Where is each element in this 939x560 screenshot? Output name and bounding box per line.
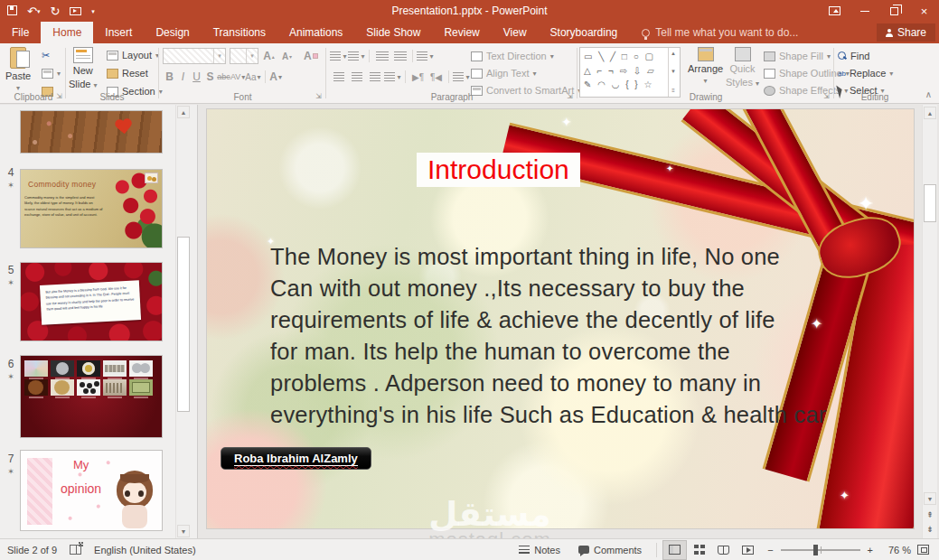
slide-sorter-view-button[interactable] — [687, 540, 711, 560]
shape-gallery-scroll[interactable]: ▲▼≡ — [668, 48, 680, 97]
tab-transitions[interactable]: Transitions — [202, 22, 277, 43]
numbering-button[interactable]: ▾ — [348, 48, 365, 64]
tab-file[interactable]: File — [0, 22, 41, 43]
reading-view-button[interactable] — [711, 540, 736, 560]
rtl-direction-button[interactable]: ¶◀ — [427, 69, 445, 85]
new-slide-button[interactable]: New Slide ▾ — [69, 47, 98, 89]
thumbnail-scrollbar[interactable]: ▲ ▼ — [175, 105, 191, 538]
slide-4-thumbnail[interactable]: Commodity money Commodity money is the s… — [20, 169, 163, 248]
save-icon[interactable] — [7, 5, 17, 17]
cut-button[interactable]: ✂ — [42, 47, 50, 63]
text-shadow-button[interactable]: S — [203, 69, 217, 85]
tab-view[interactable]: View — [492, 22, 539, 43]
replace-button[interactable]: abReplace▾ — [838, 65, 893, 81]
scrollbar-thumb[interactable] — [924, 184, 936, 222]
customize-qat-icon[interactable]: ▾ — [91, 8, 95, 14]
quick-styles-button[interactable]: Quick Styles ▾ — [726, 47, 759, 88]
notes-button[interactable]: Notes — [510, 539, 569, 560]
align-right-button[interactable] — [366, 69, 383, 85]
font-color-button[interactable]: A▾ — [269, 69, 283, 85]
current-slide[interactable]: ✦ ✦ ✦ ✦ ✦ ✦ ✦ ✦ Introduction The Money i… — [206, 108, 915, 529]
drawing-dialog-launcher[interactable]: ⇲ — [823, 93, 830, 100]
next-slide-button[interactable]: ⇟ — [924, 522, 936, 536]
start-slideshow-icon[interactable] — [70, 5, 81, 17]
paste-button[interactable]: Paste ▾ — [5, 47, 31, 92]
tab-slide-show[interactable]: Slide Show — [354, 22, 432, 43]
columns-button[interactable]: ▾ — [453, 69, 470, 85]
scrollbar-thumb[interactable] — [177, 237, 190, 412]
tab-home[interactable]: Home — [41, 22, 93, 43]
scroll-up-arrow[interactable]: ▲ — [177, 106, 190, 118]
bullets-button[interactable]: ▾ — [330, 48, 347, 64]
slide-scrollbar[interactable]: ▲ ▼ ⇞ ⇟ — [922, 105, 937, 538]
slide-7-thumbnail[interactable]: My opinion — [20, 450, 163, 531]
paragraph-dialog-launcher[interactable]: ⇲ — [567, 93, 573, 100]
increase-indent-button[interactable] — [391, 48, 408, 64]
clear-formatting-button[interactable]: A — [304, 48, 318, 64]
spell-check-icon[interactable] — [70, 545, 81, 555]
minimize-button[interactable] — [850, 0, 879, 22]
shape-gallery[interactable]: ▭ ╲ ╱ □ ○ ▢ △ ⌐ ¬ ⇨ ⇩ ▱ ✎ ◠ ◡ { } ☆ ▲▼≡ — [579, 47, 681, 98]
align-center-button[interactable] — [348, 69, 365, 85]
scroll-down-arrow[interactable]: ▼ — [924, 492, 936, 505]
justify-button[interactable]: ▾ — [384, 69, 401, 85]
zoom-slider[interactable] — [781, 549, 860, 551]
tell-me-box[interactable]: Tell me what you want to do... — [629, 22, 811, 43]
fit-to-window-button[interactable] — [911, 540, 935, 560]
arrange-button[interactable]: Arrange ▾ — [688, 47, 723, 85]
tab-storyboarding[interactable]: Storyboarding — [539, 22, 630, 43]
close-button[interactable]: × — [909, 0, 939, 22]
zoom-percentage[interactable]: 76 % — [880, 545, 911, 555]
scroll-down-arrow[interactable]: ▼ — [177, 525, 190, 537]
slide-5-thumbnail[interactable]: But also the Money is a blessing from Go… — [20, 262, 163, 341]
font-name-combo[interactable]: ▾ — [163, 48, 226, 64]
zoom-out-button[interactable]: − — [767, 545, 773, 555]
undo-icon[interactable]: ↶▾ — [27, 5, 40, 17]
normal-view-button[interactable] — [662, 540, 687, 560]
shrink-font-button[interactable]: A▾ — [280, 48, 294, 64]
previous-slide-button[interactable]: ⇞ — [924, 508, 936, 521]
redo-icon[interactable]: ↻ — [50, 5, 60, 17]
align-text-button[interactable]: Align Text▾ — [471, 65, 537, 81]
text-direction-button[interactable]: Text Direction▾ — [471, 48, 554, 64]
font-dialog-launcher[interactable]: ⇲ — [315, 93, 322, 100]
slide-3-thumbnail[interactable] — [20, 110, 163, 154]
slide-6-thumbnail[interactable] — [20, 355, 163, 438]
restore-button[interactable] — [879, 0, 909, 22]
ltr-direction-button[interactable]: ▶¶ — [409, 69, 427, 85]
shape-fill-button[interactable]: Shape Fill▾ — [764, 48, 831, 64]
zoom-in-button[interactable]: + — [868, 545, 873, 555]
copy-button[interactable]: ▾ — [42, 65, 61, 81]
tab-animations[interactable]: Animations — [277, 22, 354, 43]
slide-body-textbox[interactable]: The Money is most important thing in lif… — [270, 241, 867, 431]
tab-review[interactable]: Review — [432, 22, 491, 43]
find-button[interactable]: Find — [838, 48, 869, 64]
line-spacing-button[interactable]: ▾ — [417, 48, 434, 64]
language-indicator[interactable]: English (United States) — [94, 545, 196, 555]
author-name-badge[interactable]: Roba Ibrahim AlZamly — [221, 447, 371, 470]
change-case-button[interactable]: Aa▾ — [245, 69, 260, 85]
share-button[interactable]: Share — [877, 23, 935, 42]
bold-button[interactable]: B — [163, 69, 176, 85]
slideshow-view-button[interactable] — [736, 540, 760, 560]
slide-indicator[interactable]: Slide 2 of 9 — [7, 545, 57, 555]
italic-button[interactable]: I — [176, 69, 190, 85]
tab-insert[interactable]: Insert — [93, 22, 144, 43]
tab-design[interactable]: Design — [144, 22, 201, 43]
reset-button[interactable]: Reset — [107, 65, 148, 81]
layout-button[interactable]: Layout▾ — [107, 47, 159, 63]
decrease-indent-button[interactable] — [373, 48, 390, 64]
grow-font-button[interactable]: A▴ — [262, 48, 276, 64]
ribbon-display-options-button[interactable] — [820, 0, 850, 22]
character-spacing-button[interactable]: AV▾ — [230, 69, 245, 85]
align-left-button[interactable] — [330, 69, 347, 85]
scroll-up-arrow[interactable]: ▲ — [924, 107, 936, 119]
clipboard-dialog-launcher[interactable]: ⇲ — [56, 93, 62, 100]
font-size-combo[interactable]: ▾ — [230, 48, 258, 64]
comments-button[interactable]: Comments — [569, 539, 651, 560]
collapse-ribbon-button[interactable]: ∧ — [925, 89, 932, 99]
slide-title[interactable]: Introduction — [417, 153, 580, 187]
strikethrough-button[interactable]: abc — [217, 69, 230, 85]
zoom-slider-thumb[interactable] — [813, 545, 818, 555]
underline-button[interactable]: U — [190, 69, 203, 85]
